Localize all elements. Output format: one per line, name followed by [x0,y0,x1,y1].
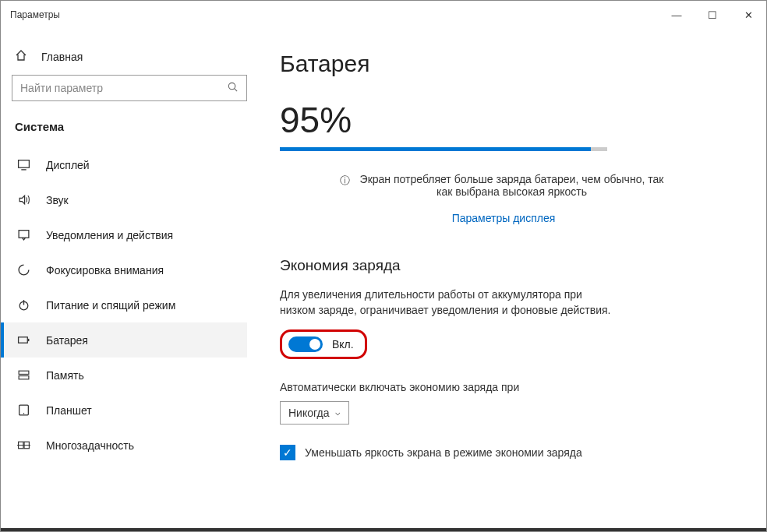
svg-rect-4 [19,231,29,238]
sidebar-item-multitask[interactable]: Многозадачность [1,428,247,463]
auto-saver-select[interactable]: Никогда ⌵ [280,401,349,425]
sidebar-item-display[interactable]: Дисплей [1,147,247,182]
auto-saver-value: Никогда [288,407,329,419]
sound-icon [16,193,30,206]
svg-rect-8 [27,339,29,341]
multitask-icon [16,439,30,452]
svg-point-12 [23,413,23,414]
sidebar-item-focus[interactable]: Фокусировка внимания [1,252,247,287]
dim-brightness-label: Уменьшать яркость экрана в режиме эконом… [305,446,582,459]
battery-saver-desc: Для увеличения длительности работы от ак… [280,287,615,319]
battery-percent: 95% [280,99,727,141]
sidebar-item-label: Уведомления и действия [46,229,173,241]
search-box[interactable] [12,75,247,101]
sidebar-item-sound[interactable]: Звук [1,182,247,217]
svg-rect-7 [18,337,27,343]
toggle-state-label: Вкл. [332,338,354,351]
sidebar-category: Система [12,117,247,147]
sidebar-item-label: Батарея [46,334,88,347]
dim-brightness-checkbox[interactable]: ✓ [280,445,295,460]
info-text: Экран потребляет больше заряда батареи, … [356,173,667,198]
battery-saver-toggle-highlight: Вкл. [280,329,367,359]
close-button[interactable]: ✕ [730,1,766,29]
sidebar-item-label: Фокусировка внимания [46,264,164,277]
search-icon [227,81,239,96]
storage-icon [16,368,30,382]
info-message: ⓘ Экран потребляет больше заряда батареи… [340,173,667,198]
battery-saver-toggle[interactable] [288,336,323,352]
sidebar-item-label: Дисплей [46,159,90,171]
search-input[interactable] [20,82,227,94]
svg-rect-9 [19,371,29,374]
display-icon [16,158,30,171]
main-content: Батарея 95% ⓘ Экран потребляет больше за… [258,29,766,531]
page-title: Батарея [280,51,727,77]
battery-progress [280,147,607,151]
svg-point-0 [228,83,235,89]
tablet-icon [16,403,30,417]
sidebar-item-notifications[interactable]: Уведомления и действия [1,217,247,252]
auto-saver-label: Автоматически включать экономию заряда п… [280,381,727,393]
sidebar-item-label: Звук [46,194,69,206]
minimize-button[interactable]: — [659,1,695,29]
home-label: Главная [41,51,83,63]
sidebar-item-label: Память [46,369,84,382]
display-settings-link[interactable]: Параметры дисплея [340,212,667,224]
notifications-icon [16,228,30,241]
sidebar-item-label: Планшет [46,404,92,417]
power-icon [16,298,30,312]
battery-saver-heading: Экономия заряда [280,257,727,274]
battery-progress-fill [280,147,591,151]
nav-list: ДисплейЗвукУведомления и действияФокусир… [1,147,247,463]
info-icon: ⓘ [340,174,350,198]
window-title: Параметры [10,9,60,20]
chevron-down-icon: ⌵ [335,407,341,417]
sidebar: Главная Система ДисплейЗвукУведомления и… [1,29,258,531]
sidebar-item-battery[interactable]: Батарея [1,322,247,358]
battery-icon [16,333,30,347]
title-bar: Параметры — ☐ ✕ [1,1,766,29]
sidebar-item-storage[interactable]: Память [1,358,247,393]
window-controls: — ☐ ✕ [659,1,766,29]
maximize-button[interactable]: ☐ [695,1,730,29]
home-icon [15,49,27,64]
home-link[interactable]: Главная [12,43,247,75]
bottom-border [1,528,766,531]
focus-icon [16,263,30,277]
sidebar-item-label: Питание и спящий режим [46,299,175,312]
svg-line-1 [235,88,237,90]
sidebar-item-tablet[interactable]: Планшет [1,393,247,428]
sidebar-item-power[interactable]: Питание и спящий режим [1,287,247,322]
sidebar-item-label: Многозадачность [46,439,134,452]
dim-brightness-row: ✓ Уменьшать яркость экрана в режиме экон… [280,445,727,460]
svg-rect-10 [19,376,29,379]
svg-rect-2 [18,160,29,168]
